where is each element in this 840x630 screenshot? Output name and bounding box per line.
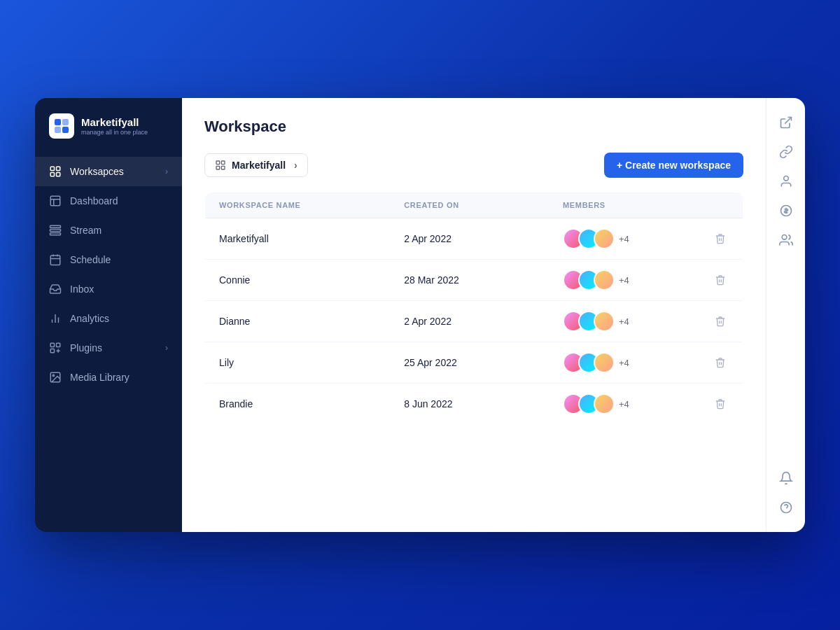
chevron-icon: › xyxy=(294,160,298,171)
svg-rect-10 xyxy=(50,230,61,232)
created-date-cell: 2 Apr 2022 xyxy=(390,218,549,260)
svg-rect-17 xyxy=(57,343,60,346)
svg-rect-23 xyxy=(216,166,220,169)
members-more-count: +4 xyxy=(619,275,629,286)
logo-name: Marketifyall xyxy=(81,116,148,129)
sidebar-item-workspaces-label: Worksapces xyxy=(70,166,124,177)
workspace-name-cell: Marketifyall xyxy=(205,218,391,260)
workspace-table: WORKSPACE NAME CREATED ON MEMBERS Market… xyxy=(204,192,743,425)
grid-icon xyxy=(49,165,62,178)
members-cell: +4 xyxy=(549,301,698,342)
link-icon xyxy=(779,145,793,159)
trash-icon xyxy=(715,357,726,368)
sidebar-item-stream[interactable]: Stream xyxy=(35,216,182,245)
svg-point-20 xyxy=(52,374,54,376)
svg-rect-6 xyxy=(50,173,54,176)
trash-icon xyxy=(715,316,726,327)
svg-rect-3 xyxy=(62,127,69,133)
workspace-selector-button[interactable]: Marketifyall › xyxy=(204,153,308,177)
plugins-arrow-icon: › xyxy=(165,343,168,353)
col-header-members: MEMBERS xyxy=(549,192,698,218)
sidebar-item-workspaces[interactable]: Worksapces › xyxy=(35,157,182,186)
table-row: Dianne2 Apr 2022+4 xyxy=(205,301,743,342)
svg-rect-8 xyxy=(50,196,60,206)
sidebar-item-media-library[interactable]: Media Library xyxy=(35,363,182,392)
action-cell xyxy=(698,384,743,425)
arrow-icon: › xyxy=(165,167,168,176)
table-row: Connie28 Mar 2022+4 xyxy=(205,260,743,301)
svg-rect-12 xyxy=(50,255,60,265)
svg-rect-9 xyxy=(50,225,61,227)
action-cell xyxy=(698,342,743,384)
table-header-row: WORKSPACE NAME CREATED ON MEMBERS xyxy=(205,192,743,218)
workspace-name-cell: Brandie xyxy=(205,384,391,425)
svg-rect-18 xyxy=(50,349,54,353)
link-button[interactable] xyxy=(773,139,799,165)
external-link-button[interactable] xyxy=(773,109,799,136)
bell-button[interactable] xyxy=(773,465,799,491)
members-cell: +4 xyxy=(549,384,698,425)
dashboard-icon xyxy=(49,195,62,207)
col-header-name: WORKSPACE NAME xyxy=(205,192,391,218)
schedule-icon xyxy=(49,253,62,266)
sidebar-item-inbox[interactable]: Inbox xyxy=(35,274,182,304)
svg-rect-2 xyxy=(55,127,61,133)
sidebar-navigation: Worksapces › Dashboard Stream Schedule xyxy=(35,151,182,532)
sidebar-item-plugins[interactable]: Plugins › xyxy=(35,333,182,363)
dollar-button[interactable] xyxy=(773,197,799,224)
sidebar-item-dashboard[interactable]: Dashboard xyxy=(35,186,182,216)
plugins-icon xyxy=(49,342,62,354)
sidebar-item-inbox-label: Inbox xyxy=(70,284,94,295)
inbox-icon xyxy=(49,283,62,295)
delete-workspace-button[interactable] xyxy=(712,354,729,371)
sidebar-item-schedule[interactable]: Schedule xyxy=(35,245,182,274)
avatar xyxy=(594,228,615,249)
action-cell xyxy=(698,218,743,260)
user-button[interactable] xyxy=(773,168,799,195)
members-more-count: +4 xyxy=(619,399,629,410)
team-icon xyxy=(779,233,793,247)
avatar xyxy=(594,270,615,290)
created-date-cell: 25 Apr 2022 xyxy=(390,342,549,384)
content-area: Workspace Marketifyall › + Create new wo… xyxy=(182,98,766,532)
help-icon xyxy=(779,500,793,514)
help-button[interactable] xyxy=(773,494,799,521)
sidebar-item-media-label: Media Library xyxy=(70,372,130,383)
delete-workspace-button[interactable] xyxy=(712,272,729,288)
trash-icon xyxy=(715,233,726,244)
create-workspace-label: + Create new workspace xyxy=(617,160,731,171)
svg-line-25 xyxy=(785,118,791,124)
dollar-icon xyxy=(779,204,793,218)
user-icon xyxy=(779,174,793,188)
sidebar-item-dashboard-label: Dashboard xyxy=(70,195,118,206)
action-cell xyxy=(698,260,743,301)
workspace-name-cell: Connie xyxy=(205,260,391,301)
logo-sub: manage all in one place xyxy=(81,129,148,136)
workspace-name-cell: Lily xyxy=(205,342,391,384)
sidebar-item-stream-label: Stream xyxy=(70,225,102,236)
svg-point-26 xyxy=(783,176,788,181)
logo-area: Marketifyall manage all in one place xyxy=(35,98,182,151)
delete-workspace-button[interactable] xyxy=(712,313,729,330)
svg-rect-24 xyxy=(221,166,225,169)
main-area: Workspace Marketifyall › + Create new wo… xyxy=(182,98,766,532)
delete-workspace-button[interactable] xyxy=(712,396,729,412)
sidebar-item-analytics[interactable]: Analytics xyxy=(35,304,182,333)
action-cell xyxy=(698,301,743,342)
sidebar: Marketifyall manage all in one place Wor… xyxy=(35,98,182,532)
created-date-cell: 8 Jun 2022 xyxy=(390,384,549,425)
svg-rect-5 xyxy=(57,167,60,170)
team-button[interactable] xyxy=(773,227,799,253)
delete-workspace-button[interactable] xyxy=(712,230,729,247)
created-date-cell: 28 Mar 2022 xyxy=(390,260,549,301)
members-more-count: +4 xyxy=(619,358,629,368)
table-row: Lily25 Apr 2022+4 xyxy=(205,342,743,384)
table-row: Brandie8 Jun 2022+4 xyxy=(205,384,743,425)
create-workspace-button[interactable]: + Create new workspace xyxy=(604,153,743,178)
svg-rect-16 xyxy=(50,343,54,346)
bell-icon xyxy=(779,471,793,485)
toolbar: Marketifyall › + Create new workspace xyxy=(204,153,743,178)
members-cell: +4 xyxy=(549,218,698,260)
avatar xyxy=(594,393,615,414)
created-date-cell: 2 Apr 2022 xyxy=(390,301,549,342)
